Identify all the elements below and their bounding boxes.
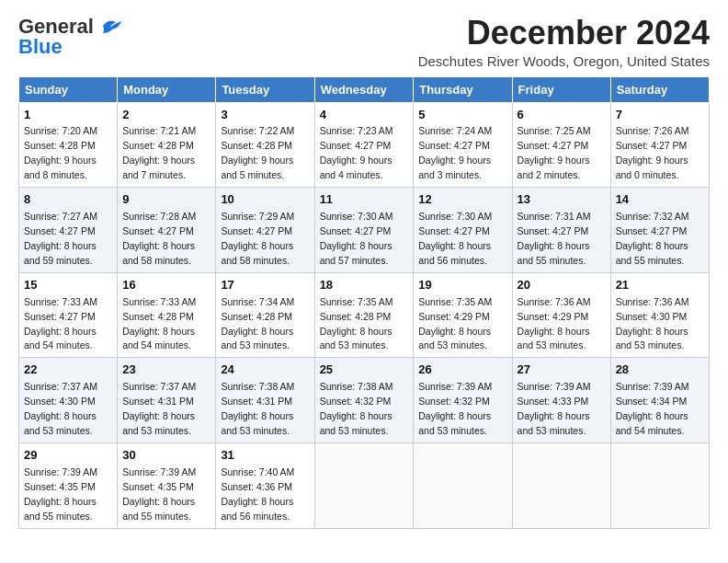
day-info: Sunrise: 7:33 AMSunset: 4:27 PMDaylight:… <box>24 296 97 351</box>
calendar-cell: 14Sunrise: 7:32 AMSunset: 4:27 PMDayligh… <box>610 188 709 273</box>
calendar-cell: 24Sunrise: 7:38 AMSunset: 4:31 PMDayligh… <box>216 358 314 443</box>
day-number: 11 <box>320 191 409 209</box>
calendar-cell: 4Sunrise: 7:23 AMSunset: 4:27 PMDaylight… <box>314 102 414 188</box>
calendar-cell: 31Sunrise: 7:40 AMSunset: 4:36 PMDayligh… <box>216 442 314 528</box>
day-number: 20 <box>518 277 606 294</box>
day-info: Sunrise: 7:40 AMSunset: 4:36 PMDaylight:… <box>221 466 294 522</box>
day-number: 22 <box>24 362 112 379</box>
day-info: Sunrise: 7:35 AMSunset: 4:28 PMDaylight:… <box>320 296 393 351</box>
calendar-cell: 5Sunrise: 7:24 AMSunset: 4:27 PMDaylight… <box>414 102 512 188</box>
day-info: Sunrise: 7:35 AMSunset: 4:29 PMDaylight:… <box>418 296 492 351</box>
day-info: Sunrise: 7:39 AMSunset: 4:32 PMDaylight:… <box>418 381 492 436</box>
day-info: Sunrise: 7:29 AMSunset: 4:27 PMDaylight:… <box>221 211 294 266</box>
day-number: 30 <box>122 447 210 465</box>
day-number: 4 <box>320 107 409 124</box>
logo-blue: Blue <box>18 35 63 59</box>
weekday-header-friday: Friday <box>512 76 610 102</box>
day-info: Sunrise: 7:36 AMSunset: 4:29 PMDaylight:… <box>518 296 591 351</box>
page-subtitle: Deschutes River Woods, Oregon, United St… <box>418 53 710 69</box>
calendar-cell: 18Sunrise: 7:35 AMSunset: 4:28 PMDayligh… <box>314 272 414 358</box>
weekday-header-row: SundayMondayTuesdayWednesdayThursdayFrid… <box>19 76 710 102</box>
calendar-table: SundayMondayTuesdayWednesdayThursdayFrid… <box>18 76 710 529</box>
page-header: General Blue December 2024 Deschutes Riv… <box>18 15 710 69</box>
day-number: 3 <box>221 107 309 124</box>
day-info: Sunrise: 7:39 AMSunset: 4:33 PMDaylight:… <box>518 381 591 436</box>
calendar-week-4: 22Sunrise: 7:37 AMSunset: 4:30 PMDayligh… <box>19 358 710 443</box>
calendar-week-1: 1Sunrise: 7:20 AMSunset: 4:28 PMDaylight… <box>19 102 710 188</box>
logo: General Blue <box>18 15 123 59</box>
calendar-cell: 6Sunrise: 7:25 AMSunset: 4:27 PMDaylight… <box>512 102 610 188</box>
day-number: 21 <box>616 277 704 294</box>
day-number: 7 <box>616 107 704 124</box>
calendar-cell: 28Sunrise: 7:39 AMSunset: 4:34 PMDayligh… <box>610 358 709 443</box>
calendar-cell: 1Sunrise: 7:20 AMSunset: 4:28 PMDaylight… <box>19 102 118 188</box>
day-info: Sunrise: 7:21 AMSunset: 4:28 PMDaylight:… <box>122 125 196 180</box>
day-number: 16 <box>122 277 210 294</box>
day-number: 17 <box>221 277 309 294</box>
calendar-cell: 16Sunrise: 7:33 AMSunset: 4:28 PMDayligh… <box>118 272 216 358</box>
day-info: Sunrise: 7:25 AMSunset: 4:27 PMDaylight:… <box>518 125 591 180</box>
day-number: 25 <box>320 362 409 379</box>
day-number: 15 <box>24 277 112 294</box>
calendar-cell: 21Sunrise: 7:36 AMSunset: 4:30 PMDayligh… <box>610 272 709 358</box>
calendar-cell: 9Sunrise: 7:28 AMSunset: 4:27 PMDaylight… <box>118 188 216 273</box>
day-number: 14 <box>616 191 704 209</box>
weekday-header-monday: Monday <box>118 76 216 102</box>
calendar-cell: 11Sunrise: 7:30 AMSunset: 4:27 PMDayligh… <box>314 188 414 273</box>
day-number: 23 <box>122 362 210 379</box>
day-info: Sunrise: 7:38 AMSunset: 4:32 PMDaylight:… <box>320 381 393 436</box>
day-number: 5 <box>418 107 506 124</box>
calendar-cell: 23Sunrise: 7:37 AMSunset: 4:31 PMDayligh… <box>118 358 216 443</box>
calendar-cell: 12Sunrise: 7:30 AMSunset: 4:27 PMDayligh… <box>414 188 512 273</box>
calendar-cell: 7Sunrise: 7:26 AMSunset: 4:27 PMDaylight… <box>610 102 709 188</box>
day-info: Sunrise: 7:22 AMSunset: 4:28 PMDaylight:… <box>221 125 294 180</box>
calendar-cell: 10Sunrise: 7:29 AMSunset: 4:27 PMDayligh… <box>216 188 314 273</box>
day-number: 29 <box>24 447 112 465</box>
day-info: Sunrise: 7:37 AMSunset: 4:30 PMDaylight:… <box>24 381 97 436</box>
day-info: Sunrise: 7:28 AMSunset: 4:27 PMDaylight:… <box>122 211 196 266</box>
calendar-cell: 13Sunrise: 7:31 AMSunset: 4:27 PMDayligh… <box>512 188 610 273</box>
weekday-header-wednesday: Wednesday <box>314 76 414 102</box>
day-info: Sunrise: 7:33 AMSunset: 4:28 PMDaylight:… <box>122 296 196 351</box>
calendar-cell: 26Sunrise: 7:39 AMSunset: 4:32 PMDayligh… <box>414 358 512 443</box>
day-info: Sunrise: 7:30 AMSunset: 4:27 PMDaylight:… <box>418 211 492 266</box>
calendar-week-5: 29Sunrise: 7:39 AMSunset: 4:35 PMDayligh… <box>19 442 710 528</box>
day-number: 19 <box>418 277 506 294</box>
day-info: Sunrise: 7:32 AMSunset: 4:27 PMDaylight:… <box>616 211 689 266</box>
calendar-cell <box>512 442 610 528</box>
day-info: Sunrise: 7:23 AMSunset: 4:27 PMDaylight:… <box>320 125 393 180</box>
calendar-cell: 8Sunrise: 7:27 AMSunset: 4:27 PMDaylight… <box>19 188 118 273</box>
calendar-cell <box>610 442 709 528</box>
calendar-cell <box>414 442 512 528</box>
calendar-cell: 17Sunrise: 7:34 AMSunset: 4:28 PMDayligh… <box>216 272 314 358</box>
day-number: 27 <box>518 362 606 379</box>
day-info: Sunrise: 7:30 AMSunset: 4:27 PMDaylight:… <box>320 211 393 266</box>
weekday-header-thursday: Thursday <box>414 76 512 102</box>
day-info: Sunrise: 7:26 AMSunset: 4:27 PMDaylight:… <box>616 125 689 180</box>
day-info: Sunrise: 7:38 AMSunset: 4:31 PMDaylight:… <box>221 381 294 436</box>
calendar-week-2: 8Sunrise: 7:27 AMSunset: 4:27 PMDaylight… <box>19 188 710 273</box>
day-info: Sunrise: 7:39 AMSunset: 4:34 PMDaylight:… <box>616 381 689 436</box>
day-info: Sunrise: 7:36 AMSunset: 4:30 PMDaylight:… <box>616 296 689 351</box>
calendar-cell: 3Sunrise: 7:22 AMSunset: 4:28 PMDaylight… <box>216 102 314 188</box>
day-number: 8 <box>24 191 112 209</box>
day-number: 24 <box>221 362 309 379</box>
day-number: 28 <box>616 362 704 379</box>
calendar-cell: 29Sunrise: 7:39 AMSunset: 4:35 PMDayligh… <box>19 442 118 528</box>
calendar-body: 1Sunrise: 7:20 AMSunset: 4:28 PMDaylight… <box>19 102 710 528</box>
calendar-cell: 30Sunrise: 7:39 AMSunset: 4:35 PMDayligh… <box>118 442 216 528</box>
day-info: Sunrise: 7:39 AMSunset: 4:35 PMDaylight:… <box>24 466 97 522</box>
calendar-cell: 25Sunrise: 7:38 AMSunset: 4:32 PMDayligh… <box>314 358 414 443</box>
day-number: 31 <box>221 447 309 465</box>
day-info: Sunrise: 7:20 AMSunset: 4:28 PMDaylight:… <box>24 125 97 180</box>
day-info: Sunrise: 7:37 AMSunset: 4:31 PMDaylight:… <box>122 381 196 436</box>
page-title: December 2024 <box>418 15 710 52</box>
calendar-cell <box>314 442 414 528</box>
calendar-cell: 27Sunrise: 7:39 AMSunset: 4:33 PMDayligh… <box>512 358 610 443</box>
calendar-week-3: 15Sunrise: 7:33 AMSunset: 4:27 PMDayligh… <box>19 272 710 358</box>
weekday-header-tuesday: Tuesday <box>216 76 314 102</box>
calendar-cell: 2Sunrise: 7:21 AMSunset: 4:28 PMDaylight… <box>118 102 216 188</box>
title-block: December 2024 Deschutes River Woods, Ore… <box>418 15 710 69</box>
day-info: Sunrise: 7:31 AMSunset: 4:27 PMDaylight:… <box>518 211 591 266</box>
day-number: 10 <box>221 191 309 209</box>
